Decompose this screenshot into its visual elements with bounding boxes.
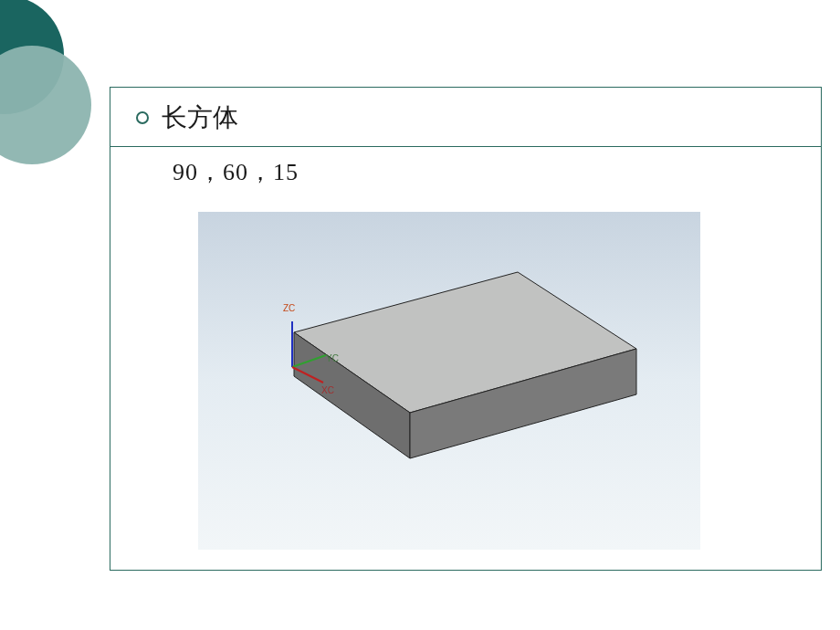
content-frame: 长方体 90，60，15 ZC YC XC [110, 87, 822, 571]
y-axis-line [292, 355, 326, 367]
axis-label-zc: ZC [283, 303, 295, 313]
cad-viewport: ZC YC XC [198, 212, 700, 550]
x-axis-line [292, 367, 323, 383]
axis-label-xc: XC [321, 385, 334, 395]
slide-decoration [0, 0, 128, 164]
bullet-title-text: 长方体 [162, 100, 238, 135]
decoration-circle-light [0, 46, 91, 164]
dimensions-label: 90，60，15 [110, 147, 821, 188]
bullet-heading-row: 长方体 [110, 88, 821, 147]
bullet-circle-icon [136, 111, 149, 124]
axis-label-yc: YC [326, 353, 339, 363]
